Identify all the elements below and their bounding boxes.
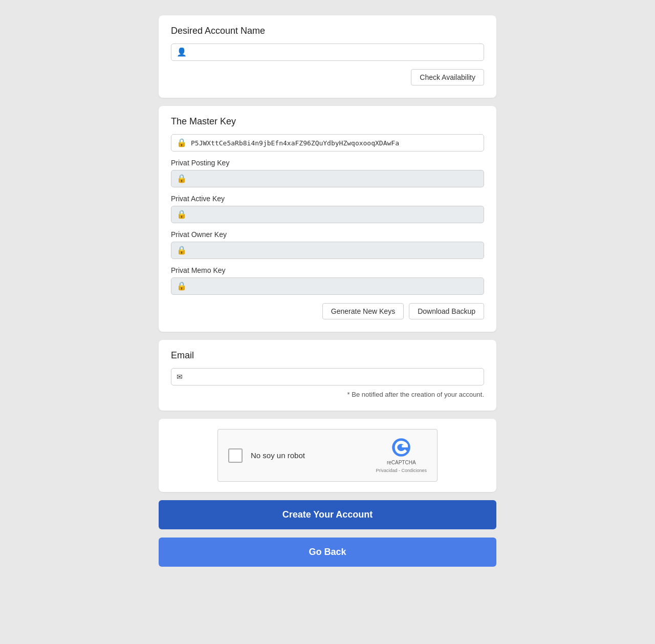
create-account-button[interactable]: Create Your Account: [159, 500, 496, 529]
owner-key-wrapper: 🔒: [171, 242, 484, 259]
posting-key-icon: 🔒: [177, 175, 187, 183]
email-notification: * Be notified after the creation of your…: [171, 391, 484, 398]
page-wrapper: Desired Account Name 👤 Check Availabilit…: [159, 10, 496, 634]
posting-key-input[interactable]: [191, 175, 478, 183]
active-key-wrapper: 🔒: [171, 206, 484, 223]
email-input-wrapper: ✉: [171, 368, 484, 385]
master-key-input-wrapper: 🔒: [171, 134, 484, 152]
posting-key-wrapper: 🔒: [171, 170, 484, 187]
email-title: Email: [171, 350, 484, 361]
owner-key-icon: 🔒: [177, 246, 187, 254]
memo-key-wrapper: 🔒: [171, 277, 484, 295]
download-backup-button[interactable]: Download Backup: [409, 303, 484, 319]
active-key-label: Privat Active Key: [171, 195, 484, 203]
recaptcha-links: Privacidad - Condiciones: [376, 468, 427, 473]
owner-key-group: Privat Owner Key 🔒: [171, 230, 484, 259]
active-key-icon: 🔒: [177, 210, 187, 219]
memo-key-group: Privat Memo Key 🔒: [171, 266, 484, 295]
memo-key-label: Privat Memo Key: [171, 266, 484, 274]
keys-card: The Master Key 🔒 Privat Posting Key 🔒 Pr…: [159, 106, 496, 332]
user-icon: 👤: [177, 48, 187, 56]
account-name-input[interactable]: [191, 48, 478, 56]
recaptcha-checkbox[interactable]: [228, 448, 243, 463]
master-key-input[interactable]: [191, 139, 478, 147]
email-icon: ✉: [177, 373, 183, 380]
recaptcha-right: reCAPTCHA Privacidad - Condiciones: [376, 438, 427, 473]
go-back-button[interactable]: Go Back: [159, 538, 496, 567]
generate-keys-button[interactable]: Generate New Keys: [322, 303, 404, 319]
account-name-title: Desired Account Name: [171, 26, 484, 36]
recaptcha-logo-icon: [391, 438, 411, 457]
check-availability-button[interactable]: Check Availability: [411, 69, 484, 85]
recaptcha-box: No soy un robot reCAPTCHA Privacidad - C…: [217, 429, 438, 482]
account-name-card: Desired Account Name 👤 Check Availabilit…: [159, 15, 496, 98]
account-name-actions: Check Availability: [171, 69, 484, 85]
recaptcha-label: No soy un robot: [251, 451, 305, 460]
active-key-group: Privat Active Key 🔒: [171, 195, 484, 223]
memo-key-icon: 🔒: [177, 282, 187, 290]
email-card: Email ✉ * Be notified after the creation…: [159, 340, 496, 411]
posting-key-label: Privat Posting Key: [171, 159, 484, 167]
master-key-title: The Master Key: [171, 116, 484, 127]
account-name-input-wrapper: 👤: [171, 44, 484, 61]
master-key-icon: 🔒: [177, 139, 187, 147]
email-input[interactable]: [187, 373, 478, 381]
active-key-input[interactable]: [191, 210, 478, 219]
owner-key-input[interactable]: [191, 246, 478, 254]
owner-key-label: Privat Owner Key: [171, 230, 484, 239]
posting-key-group: Privat Posting Key 🔒: [171, 159, 484, 187]
keys-actions: Generate New Keys Download Backup: [171, 303, 484, 319]
recaptcha-brand: reCAPTCHA: [387, 459, 416, 466]
recaptcha-card: No soy un robot reCAPTCHA Privacidad - C…: [159, 419, 496, 492]
recaptcha-left: No soy un robot: [228, 448, 305, 463]
memo-key-input[interactable]: [191, 282, 478, 290]
